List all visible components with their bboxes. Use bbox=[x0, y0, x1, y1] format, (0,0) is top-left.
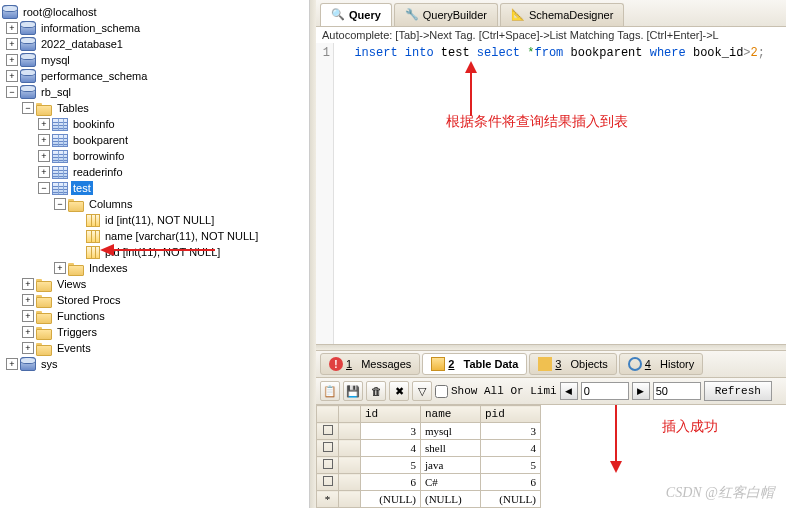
expander-icon[interactable]: − bbox=[22, 102, 34, 114]
cell[interactable]: (NULL) bbox=[481, 491, 541, 508]
delete-button[interactable]: 🗑 bbox=[366, 381, 386, 401]
db-2022-database1[interactable]: +2022_database1 bbox=[0, 36, 309, 52]
cell[interactable]: shell bbox=[421, 440, 481, 457]
column-pid[interactable]: pid [int(11), NOT NULL] bbox=[0, 244, 309, 260]
tab-querybuilder[interactable]: 🔧QueryBuilder bbox=[394, 3, 498, 26]
table-row[interactable]: 5java5 bbox=[317, 457, 541, 474]
expander-icon[interactable]: + bbox=[38, 118, 50, 130]
expander-icon[interactable]: − bbox=[6, 86, 18, 98]
db-information-schema[interactable]: +information_schema bbox=[0, 20, 309, 36]
table-readerinfo[interactable]: +readerinfo bbox=[0, 164, 309, 180]
tab-messages[interactable]: !1 Messages bbox=[320, 353, 420, 375]
sql-editor[interactable]: 1 insert into test select *from bookpare… bbox=[316, 43, 786, 344]
expander-icon[interactable]: + bbox=[22, 342, 34, 354]
limit-input[interactable] bbox=[653, 382, 701, 400]
arrow-icon bbox=[606, 405, 626, 475]
cell[interactable]: 3 bbox=[481, 423, 541, 440]
cell[interactable]: 3 bbox=[361, 423, 421, 440]
expander-icon[interactable]: + bbox=[22, 326, 34, 338]
db-sys[interactable]: +sys bbox=[0, 356, 309, 372]
expander-icon[interactable]: + bbox=[22, 278, 34, 290]
connection-node[interactable]: root@localhost bbox=[0, 4, 309, 20]
result-grid[interactable]: id name pid 3mysql3 4shell4 5java5 6C#6 … bbox=[316, 405, 786, 508]
row-checkbox[interactable] bbox=[323, 476, 333, 486]
table-row[interactable]: 3mysql3 bbox=[317, 423, 541, 440]
expander-icon[interactable]: + bbox=[6, 22, 18, 34]
new-row[interactable]: *(NULL)(NULL)(NULL) bbox=[317, 491, 541, 508]
cell[interactable]: (NULL) bbox=[361, 491, 421, 508]
expander-icon[interactable]: + bbox=[38, 150, 50, 162]
expander-icon[interactable]: − bbox=[38, 182, 50, 194]
expander-icon[interactable]: + bbox=[38, 166, 50, 178]
expander-icon[interactable]: + bbox=[6, 70, 18, 82]
tab-tabledata[interactable]: 2 Table Data bbox=[422, 353, 527, 375]
folder-columns[interactable]: −Columns bbox=[0, 196, 309, 212]
expander-icon[interactable]: − bbox=[54, 198, 66, 210]
expander-icon[interactable]: + bbox=[38, 134, 50, 146]
folder-views[interactable]: +Views bbox=[0, 276, 309, 292]
col-header-pid[interactable]: pid bbox=[481, 406, 541, 423]
cell[interactable]: 5 bbox=[481, 457, 541, 474]
next-page-button[interactable]: ▶ bbox=[632, 382, 650, 400]
column-icon bbox=[86, 246, 100, 259]
tab-label: Messages bbox=[361, 358, 411, 370]
expander-icon[interactable]: + bbox=[6, 38, 18, 50]
tab-history[interactable]: 4 History bbox=[619, 353, 703, 375]
folder-stored-procs[interactable]: +Stored Procs bbox=[0, 292, 309, 308]
cell[interactable]: java bbox=[421, 457, 481, 474]
cell[interactable]: 6 bbox=[361, 474, 421, 491]
table-row[interactable]: 6C#6 bbox=[317, 474, 541, 491]
cancel-button[interactable]: ✖ bbox=[389, 381, 409, 401]
table-bookinfo[interactable]: +bookinfo bbox=[0, 116, 309, 132]
insert-row-button[interactable]: 📋 bbox=[320, 381, 340, 401]
folder-triggers[interactable]: +Triggers bbox=[0, 324, 309, 340]
expander-icon[interactable]: + bbox=[54, 262, 66, 274]
table-row[interactable]: 4shell4 bbox=[317, 440, 541, 457]
table-test[interactable]: −test bbox=[0, 180, 309, 196]
tab-objects[interactable]: 3 Objects bbox=[529, 353, 616, 375]
table-label: test bbox=[71, 181, 93, 195]
db-performance-schema[interactable]: +performance_schema bbox=[0, 68, 309, 84]
tab-query[interactable]: 🔍Query bbox=[320, 3, 392, 26]
folder-tables[interactable]: −Tables bbox=[0, 100, 309, 116]
folder-indexes[interactable]: +Indexes bbox=[0, 260, 309, 276]
tab-schemadesigner[interactable]: 📐SchemaDesigner bbox=[500, 3, 624, 26]
table-bookparent[interactable]: +bookparent bbox=[0, 132, 309, 148]
show-all-checkbox[interactable]: Show All Or Limi bbox=[435, 385, 557, 398]
folder-functions[interactable]: +Functions bbox=[0, 308, 309, 324]
filter-button[interactable]: ▽ bbox=[412, 381, 432, 401]
db-mysql[interactable]: +mysql bbox=[0, 52, 309, 68]
column-id[interactable]: id [int(11), NOT NULL] bbox=[0, 212, 309, 228]
folder-events[interactable]: +Events bbox=[0, 340, 309, 356]
prev-page-button[interactable]: ◀ bbox=[560, 382, 578, 400]
cell[interactable]: 6 bbox=[481, 474, 541, 491]
db-rb-sql[interactable]: −rb_sql bbox=[0, 84, 309, 100]
tab-label: SchemaDesigner bbox=[529, 9, 613, 21]
cell[interactable]: 4 bbox=[361, 440, 421, 457]
col-header-name[interactable]: name bbox=[421, 406, 481, 423]
row-checkbox[interactable] bbox=[323, 442, 333, 452]
cell[interactable]: mysql bbox=[421, 423, 481, 440]
col-header-id[interactable]: id bbox=[361, 406, 421, 423]
column-name[interactable]: name [varchar(11), NOT NULL] bbox=[0, 228, 309, 244]
new-row-marker: * bbox=[317, 491, 339, 508]
expander-icon[interactable]: + bbox=[22, 310, 34, 322]
row-checkbox[interactable] bbox=[323, 425, 333, 435]
expander-icon[interactable]: + bbox=[6, 358, 18, 370]
expander-icon[interactable]: + bbox=[22, 294, 34, 306]
table-borrowinfo[interactable]: +borrowinfo bbox=[0, 148, 309, 164]
sql-code[interactable]: insert into test select *from bookparent… bbox=[334, 43, 771, 344]
cell[interactable]: 5 bbox=[361, 457, 421, 474]
cell[interactable]: 4 bbox=[481, 440, 541, 457]
refresh-button[interactable]: Refresh bbox=[704, 381, 772, 401]
database-icon bbox=[20, 85, 36, 99]
checkbox-label: Show All Or Limi bbox=[451, 385, 557, 397]
folder-label: Views bbox=[55, 277, 88, 291]
row-checkbox[interactable] bbox=[323, 459, 333, 469]
offset-input[interactable] bbox=[581, 382, 629, 400]
save-button[interactable]: 💾 bbox=[343, 381, 363, 401]
cell[interactable]: (NULL) bbox=[421, 491, 481, 508]
expander-icon[interactable]: + bbox=[6, 54, 18, 66]
db-label: rb_sql bbox=[39, 85, 73, 99]
cell[interactable]: C# bbox=[421, 474, 481, 491]
